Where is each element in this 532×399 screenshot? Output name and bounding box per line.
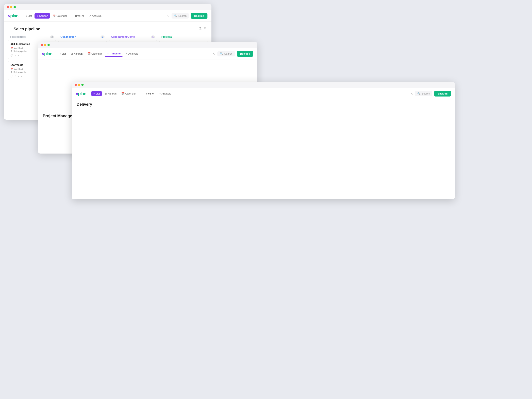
calendar-icon-del: 📅 [121, 92, 125, 95]
maximize-dot[interactable] [13, 6, 16, 8]
nav-analysis-delivery[interactable]: ↗ Analysis [157, 91, 173, 96]
nav-timeline-delivery[interactable]: — Timeline [139, 91, 156, 96]
timeline-icon-proj: — [107, 52, 109, 55]
page-title-sales: Sales pipeline [9, 24, 45, 33]
analysis-icon-del: ↗ [158, 92, 161, 95]
comment-icon-jet: 💬 [11, 54, 13, 57]
calendar-icon-jet: 📅 [11, 47, 13, 49]
timeline-icon-del: — [141, 92, 143, 95]
list-icon-proj: ≡ [59, 52, 61, 55]
nav-list-sales[interactable]: ≡ List [24, 13, 34, 19]
expand-icon-del[interactable]: ⤡ [411, 92, 413, 95]
expand-icon-sales[interactable]: ⤡ [167, 14, 170, 18]
pipeline-icon-storm: ⚙ [11, 71, 13, 73]
calendar-icon-proj: 📅 [87, 52, 91, 55]
minimize-dot-proj[interactable] [44, 44, 46, 46]
analysis-icon: ↗ [89, 15, 91, 17]
search-box-proj[interactable]: 🔍 Search [217, 51, 235, 56]
col-header-proposal: Proposal [159, 34, 208, 40]
close-dot-proj[interactable] [41, 44, 43, 46]
maximize-dot-proj[interactable] [47, 44, 50, 46]
nav-list-delivery[interactable]: ≡ List [91, 91, 102, 96]
close-dot-del[interactable] [75, 84, 77, 86]
backlog-btn-sales[interactable]: Backlog [191, 13, 208, 19]
vplan-logo-delivery: vplan [76, 91, 86, 96]
minimize-dot-del[interactable] [78, 84, 80, 86]
check-icon-storm: ✓ [18, 75, 19, 78]
list-icon-del: ≡ [93, 92, 95, 95]
search-box-delivery[interactable]: 🔍 Search [415, 91, 432, 96]
backlog-btn-proj[interactable]: Backlog [237, 51, 253, 57]
eye-icon-sales[interactable]: 👁 [203, 27, 207, 30]
search-icon-proj: 🔍 [220, 52, 223, 55]
calendar-icon: 📅 [53, 15, 56, 17]
nav-timeline-proj[interactable]: — Timeline [105, 51, 123, 57]
filter-icon-sales[interactable]: ⚗ [199, 26, 202, 30]
nav-kanban-delivery[interactable]: ⊞ Kanban [102, 91, 119, 96]
navbar-sales: vplan ≡ List ⊞ Kanban 📅 Calendar — Timel… [4, 10, 211, 22]
kanban-icon: ⊞ [37, 15, 38, 17]
nav-kanban-sales[interactable]: ⊞ Kanban [34, 13, 50, 19]
check-icon-jet: ✓ [18, 54, 19, 57]
nav-calendar-proj[interactable]: 📅 Calendar [85, 51, 104, 57]
comment-icon-storm: 💬 [11, 75, 13, 78]
list-icon: ≡ [25, 15, 27, 17]
nav-analysis-sales[interactable]: ↗ Analysis [87, 13, 103, 19]
nav-calendar-delivery[interactable]: 📅 Calender [119, 91, 138, 96]
window-chrome-sales [4, 4, 211, 10]
close-dot[interactable] [7, 6, 9, 8]
window-chrome-delivery [72, 82, 455, 88]
search-icon-sales: 🔍 [174, 14, 177, 17]
analysis-icon-proj: ↗ [125, 52, 127, 55]
col-header-first-contact: First contact 2 [8, 34, 56, 40]
search-icon-del: 🔍 [417, 92, 420, 95]
nav-kanban-proj[interactable]: ⊞ Kanban [69, 51, 85, 57]
page-title-delivery: Delivery [72, 99, 455, 200]
pipeline-icon-jet: ⚙ [11, 50, 13, 52]
search-box-sales[interactable]: 🔍 Search [171, 13, 189, 19]
vplan-logo-proj: vplan [42, 51, 52, 56]
kanban-icon-proj: ⊞ [71, 52, 73, 55]
timeline-icon: — [72, 15, 74, 17]
col-header-appointment: Appointment/Demo 5 [109, 34, 157, 40]
minimize-dot[interactable] [10, 6, 12, 8]
nav-list-proj[interactable]: ≡ List [57, 51, 68, 57]
navbar-delivery: vplan ≡ List ⊞ Kanban 📅 Calender — Timel… [72, 88, 455, 99]
maximize-dot-del[interactable] [81, 84, 84, 86]
col-header-qualification: Qualification 3 [58, 34, 107, 40]
navbar-proj: vplan ≡ List ⊞ Kanban 📅 Calendar — Timel… [38, 48, 257, 59]
expand-icon-proj[interactable]: ⤡ [213, 52, 215, 56]
backlog-btn-delivery[interactable]: Backlog [434, 91, 451, 97]
delivery-window: vplan ≡ List ⊞ Kanban 📅 Calender — Timel… [72, 82, 455, 200]
calendar-icon-storm: 📅 [11, 68, 13, 70]
nav-analysis-proj[interactable]: ↗ Analysis [123, 51, 140, 57]
nav-timeline-sales[interactable]: — Timeline [70, 13, 87, 19]
nav-calendar-sales[interactable]: 📅 Calendar [51, 13, 69, 19]
vplan-logo-sales: vplan [8, 13, 18, 19]
kanban-icon-del: ⊞ [105, 92, 107, 95]
window-chrome-proj [38, 42, 257, 48]
